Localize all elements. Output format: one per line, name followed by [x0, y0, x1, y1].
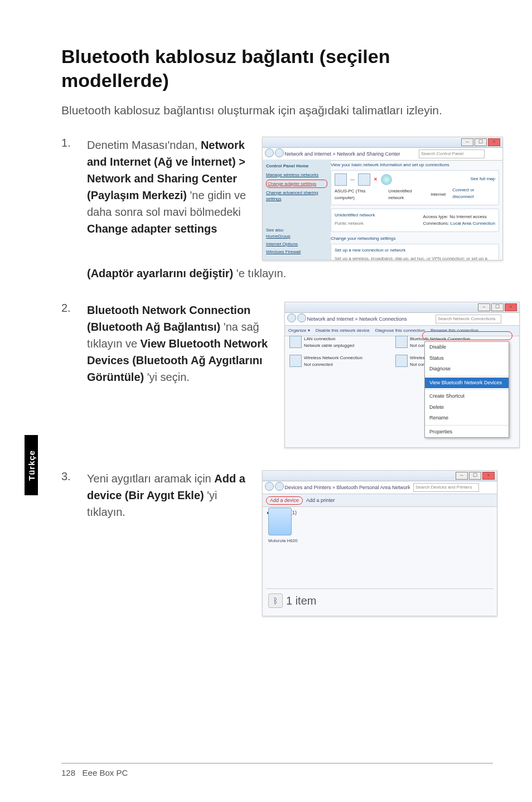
conn-status: Network cable unplugged: [304, 342, 354, 349]
label: Unidentified network: [388, 188, 427, 201]
step-2: 2. Bluetooth Network Connection (Bluetoo…: [61, 302, 493, 448]
menu-item[interactable]: Create Shortcut: [425, 391, 509, 402]
address-text: « Network and Internet » Network and Sha…: [280, 151, 415, 158]
bold: Change adapter settings: [87, 223, 217, 235]
adapter-icon: [395, 336, 408, 348]
change-settings-header: Change your networking settings: [331, 235, 499, 242]
step-3-text: Yeni aygıtları aramak için Add a device …: [87, 470, 249, 520]
device-label: Motorola H620: [268, 538, 297, 544]
device-item[interactable]: Motorola H620: [268, 508, 297, 544]
connection-item[interactable]: Wireless Network Connection Not connecte…: [289, 355, 384, 368]
task-item[interactable]: Set up a new connection or network Set u…: [331, 244, 499, 260]
window-titlebar: – ☐ ×: [263, 471, 497, 481]
see-also-link[interactable]: Internet Options: [266, 241, 301, 247]
adapter-icon: [289, 355, 302, 367]
step-1: 1. Denetim Masası'ndan, Network and Inte…: [61, 137, 493, 260]
add-printer-button[interactable]: Add a printer: [306, 497, 335, 505]
step-1-continuation: (Adaptör ayarlarını değiştir) 'e tıklayı…: [87, 265, 493, 282]
address-bar[interactable]: « Devices and Printers » Bluetooth Perso…: [263, 481, 497, 494]
menu-item-view-bluetooth-devices[interactable]: View Bluetooth Network Devices: [425, 378, 509, 389]
product-name: Eee Box PC: [83, 768, 128, 777]
task-title: Set up a new connection or network: [335, 247, 495, 254]
main-heading: View your basic network information and …: [331, 162, 499, 168]
menu-separator: [425, 425, 509, 426]
menu-item[interactable]: Properties: [425, 427, 509, 438]
step-list: 1. Denetim Masası'ndan, Network and Inte…: [61, 137, 493, 260]
internet-icon: [381, 174, 392, 185]
bluetooth-icon: ᛒ: [268, 593, 283, 608]
sidebar-link[interactable]: Manage wireless networks: [266, 172, 327, 178]
see-also-link[interactable]: Windows Firewall: [266, 249, 301, 255]
see-also-link[interactable]: HomeGroup: [266, 233, 301, 239]
address-bar[interactable]: « Network and Internet » Network and Sha…: [263, 148, 502, 161]
value: No Internet access: [449, 214, 487, 219]
menu-item[interactable]: Disable: [425, 342, 509, 353]
label: ASUS-PC (This computer): [335, 188, 385, 201]
label: Connections:: [423, 221, 449, 226]
language-tab: Türkçe: [25, 435, 38, 495]
address-text: « Devices and Printers » Bluetooth Perso…: [280, 484, 410, 492]
toolbar-item[interactable]: Disable this network device: [316, 327, 370, 334]
sidebar-link[interactable]: Change advanced sharing settings: [266, 190, 327, 202]
screenshot-network-connections: – ☐ × « Network and Internet » Network C…: [284, 302, 520, 448]
screenshot-add-device: – ☐ × « Devices and Printers » Bluetooth…: [262, 470, 497, 616]
menu-item[interactable]: Rename: [425, 413, 509, 424]
intro-text: Bluetooth kablosuz bağlantısı oluşturmak…: [61, 102, 493, 119]
network-icon: [358, 173, 370, 186]
active-net-name: Unidentified network: [335, 212, 375, 219]
page-number: 128: [61, 768, 75, 777]
add-device-button[interactable]: Add a device: [266, 496, 303, 505]
toolbar: Add a device Add a printer: [263, 494, 497, 507]
page-title: Bluetooth kablosuz bağlantı (seçilen mod…: [61, 45, 493, 92]
menu-item[interactable]: Delete: [425, 402, 509, 413]
search-field[interactable]: Search Control Panel: [419, 149, 485, 158]
minimize-button[interactable]: –: [478, 303, 490, 311]
text: Denetim Masası'ndan,: [87, 139, 201, 151]
minimize-button[interactable]: –: [456, 472, 468, 480]
minimize-button[interactable]: –: [461, 138, 473, 146]
connection-link[interactable]: Local Area Connection: [451, 221, 496, 226]
task-desc: Set up a wireless, broadband, dial-up, a…: [335, 255, 495, 260]
window-titlebar: – ☐ ×: [285, 302, 519, 313]
close-button[interactable]: ×: [488, 138, 500, 146]
text: 'yi seçin.: [147, 371, 190, 383]
page-footer: 128 Eee Box PC: [61, 763, 493, 777]
menu-item[interactable]: Diagnose: [425, 364, 509, 375]
maximize-button[interactable]: ☐: [469, 472, 481, 480]
sidebar-link-change-adapter[interactable]: Change adapter settings: [266, 180, 327, 188]
left-sidebar: Control Panel Home Manage wireless netwo…: [263, 160, 331, 260]
search-field[interactable]: Search Network Connections: [436, 315, 501, 323]
close-button[interactable]: ×: [505, 303, 517, 311]
address-bar[interactable]: « Network and Internet » Network Connect…: [285, 313, 519, 326]
adapter-icon: [395, 355, 408, 367]
connection-item[interactable]: LAN connection Network cable unplugged: [289, 336, 384, 349]
close-button[interactable]: ×: [482, 472, 495, 480]
search-field[interactable]: Search Devices and Printers: [413, 483, 479, 492]
address-text: « Network and Internet » Network Connect…: [303, 316, 432, 323]
active-net-type: Public network: [335, 220, 375, 227]
main-panel: View your basic network information and …: [331, 162, 499, 257]
full-map-link[interactable]: See full map: [471, 176, 495, 182]
network-map: — ✕ See full map ASUS-PC (This computer): [331, 170, 499, 205]
menu-separator: [425, 389, 509, 390]
toolbar-item[interactable]: Diagnose this connection: [375, 327, 425, 334]
section-header[interactable]: ▸ Devices (1): [263, 507, 497, 519]
step-list-cont: 2. Bluetooth Network Connection (Bluetoo…: [61, 302, 493, 616]
screenshot-network-sharing-center: – ☐ × « Network and Internet » Network a…: [262, 137, 503, 260]
step-2-text: Bluetooth Network Connection (Bluetooth …: [87, 302, 271, 385]
toolbar-item[interactable]: Organize ▾: [288, 327, 310, 334]
device-icon: [268, 508, 292, 535]
conn-title: Wireless Network Connection: [304, 355, 362, 361]
computer-icon: [335, 173, 347, 186]
maximize-button[interactable]: ☐: [475, 138, 487, 146]
context-menu: Disable Status Diagnose View Bluetooth N…: [424, 341, 509, 438]
step-number: 3.: [61, 470, 87, 483]
connect-link[interactable]: Connect or disconnect: [452, 187, 495, 200]
step-1-text: Denetim Masası'ndan, Network and Interne…: [87, 137, 249, 237]
step-3: 3. Yeni aygıtları aramak için Add a devi…: [61, 470, 493, 616]
callout-highlight: [422, 331, 512, 340]
menu-item[interactable]: Status: [425, 353, 509, 364]
text: 'e tıklayın.: [236, 267, 286, 279]
maximize-button[interactable]: ☐: [491, 303, 504, 311]
bold: (Adaptör ayarlarını değiştir): [87, 267, 233, 279]
